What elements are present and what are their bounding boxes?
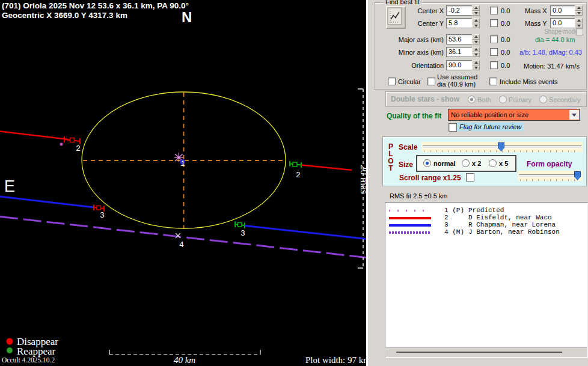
orientation-lock-checkbox[interactable] <box>490 61 498 69</box>
hscroll-thumb[interactable] <box>396 352 562 353</box>
station-num: 3 <box>444 221 449 228</box>
plot-svg: (701) Oriola 2025 Nov 12 53.6 x 36.1 km,… <box>0 0 366 366</box>
diameter-readout: dia = 44.0 km <box>535 36 575 43</box>
mass-y-field[interactable]: 0.0 <box>550 18 577 28</box>
east-label: E <box>4 177 15 195</box>
station-row-2[interactable]: 2 D Eisfeldt, near Waco <box>385 214 587 221</box>
spin-up-icon[interactable] <box>472 60 480 66</box>
spin-down-icon[interactable] <box>472 40 480 45</box>
major-axis-field[interactable]: 53.6 <box>446 34 475 44</box>
station-row-4[interactable]: 4 (M) J Barton, near Robinson <box>385 228 587 236</box>
station-row-3[interactable]: 3 R Chapman, near Lorena <box>385 221 587 228</box>
spin-up-icon[interactable] <box>472 47 480 52</box>
chord3-disappear-marker[interactable] <box>97 206 101 210</box>
size-x5-radio[interactable] <box>489 159 497 167</box>
center-x-spinner[interactable] <box>472 5 480 16</box>
chord4[interactable] <box>0 217 366 258</box>
center-y-spinner[interactable] <box>472 18 480 28</box>
center-x-lock-checkbox[interactable] <box>490 7 498 14</box>
major-axis-lock-checkbox[interactable] <box>490 35 498 43</box>
shape-model-checkbox[interactable] <box>576 28 583 35</box>
spin-down-icon[interactable] <box>575 11 583 16</box>
center-y-field[interactable]: 5.8 <box>446 18 475 28</box>
spin-down-icon[interactable] <box>472 23 480 29</box>
double-both-radio[interactable] <box>468 96 476 103</box>
blue-line-swatch <box>389 224 431 227</box>
find-best-fit-label: Find best fit <box>384 0 421 5</box>
mass-x-spinner[interactable] <box>575 5 583 16</box>
scroll-range-label: Scroll range x1.25 <box>399 174 461 182</box>
station-row-1[interactable]: 1 (P) Predicted <box>385 207 587 214</box>
quality-dropdown[interactable]: No reliable position or size <box>448 109 580 121</box>
double-secondary-label: Secondary <box>549 96 581 103</box>
station-list-hscrollbar[interactable] <box>386 347 587 357</box>
chord2[interactable] <box>0 132 352 171</box>
scroll-range-checkbox[interactable] <box>466 173 474 181</box>
plot-width-label: Plot width: 97 km <box>305 355 366 365</box>
station-name: J Barton, near Robinson <box>468 228 560 236</box>
minor-axis-lock-checkbox[interactable] <box>490 48 498 56</box>
spin-up-icon[interactable] <box>575 18 583 23</box>
orientation-field[interactable]: 90.0 <box>446 60 475 70</box>
center-y-lock-checkbox[interactable] <box>490 19 498 27</box>
use-assumed-checkbox[interactable] <box>427 78 435 85</box>
axis-ratio-readout: a/b: 1.48, dMag: 0.43 <box>519 49 582 56</box>
chord2-left-label: 2 <box>76 144 81 153</box>
spin-up-icon[interactable] <box>472 18 480 23</box>
use-assumed-label-1: Use assumed <box>437 73 477 81</box>
mass-x-label: Mass X <box>525 7 547 14</box>
station-name: D Eisfeldt, near Waco <box>468 214 552 221</box>
spin-up-icon[interactable] <box>472 5 480 11</box>
spin-up-icon[interactable] <box>472 34 480 40</box>
station-list[interactable]: 1 (P) Predicted 2 D Eisfeldt, near Waco … <box>385 202 588 358</box>
spin-up-icon[interactable] <box>575 5 583 11</box>
scale-slider[interactable] <box>421 142 583 152</box>
flag-review-label: Flag for future review <box>457 123 524 131</box>
major-axis-spinner[interactable] <box>472 34 480 44</box>
size-x5-label: x 5 <box>499 160 508 167</box>
motion-readout: Motion: 31.47 km/s <box>524 63 580 70</box>
double-primary-radio[interactable] <box>499 96 507 103</box>
mass-x-field[interactable]: 0.0 <box>550 5 577 16</box>
mass-y-spinner[interactable] <box>575 18 583 28</box>
center-x-field[interactable]: -0.2 <box>446 5 475 16</box>
chord4-label: 4 <box>179 240 184 249</box>
chord2-right-label: 2 <box>296 171 301 180</box>
form-opacity-slider[interactable] <box>518 171 583 181</box>
double-secondary-radio[interactable] <box>539 96 547 103</box>
major-axis-uncert: 0.0 <box>501 36 510 43</box>
station-num: 1 (P) <box>444 207 464 214</box>
quality-label: Quality of the fit <box>387 112 441 120</box>
flag-review-checkbox[interactable] <box>449 123 457 132</box>
km-scale-label: 40 km <box>174 355 195 365</box>
dropdown-button[interactable] <box>569 110 579 120</box>
occultation-plot-canvas[interactable]: (701) Oriola 2025 Nov 12 53.6 x 36.1 km,… <box>0 0 366 366</box>
chord3-reappear-marker[interactable] <box>238 223 242 227</box>
spin-down-icon[interactable] <box>472 66 480 71</box>
spin-down-icon[interactable] <box>575 23 583 29</box>
spin-down-icon[interactable] <box>472 11 480 16</box>
chord3-right-label: 3 <box>240 229 245 238</box>
chord2-disappear-marker[interactable] <box>70 138 75 142</box>
shape-model-label: Shape model <box>544 28 580 35</box>
slider-groove <box>519 174 581 177</box>
double-stars-label: Double stars - show <box>391 95 459 103</box>
plot-letter-t: T <box>388 165 394 172</box>
predicted-line-swatch <box>389 210 431 212</box>
size-normal-radio[interactable] <box>423 159 431 167</box>
minor-axis-label: Minor axis (km) <box>385 49 444 56</box>
circular-checkbox[interactable] <box>388 78 396 85</box>
disappear-legend-icon <box>7 338 13 345</box>
orientation-spinner[interactable] <box>472 60 480 70</box>
spin-down-icon[interactable] <box>472 52 480 58</box>
chord2-reappear-marker[interactable] <box>293 162 297 166</box>
mas-scale-label: 20 mas <box>358 165 366 194</box>
quality-value: No reliable position or size <box>451 111 528 118</box>
plot-title-line1: (701) Oriola 2025 Nov 12 53.6 x 36.1 km,… <box>2 1 189 10</box>
minor-axis-field[interactable]: 36.1 <box>446 47 475 57</box>
include-miss-checkbox[interactable] <box>489 78 497 85</box>
size-x2-radio[interactable] <box>462 159 470 167</box>
major-axis-label: Major axis (km) <box>385 36 444 43</box>
minor-axis-spinner[interactable] <box>472 47 480 57</box>
station-name: Predicted <box>468 207 504 214</box>
